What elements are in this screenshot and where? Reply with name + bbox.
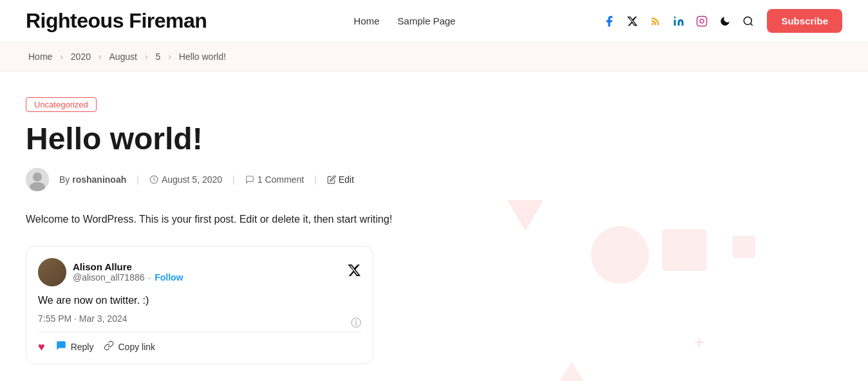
breadcrumb-current: Hello world! [179,51,226,62]
tweet-handle-follow: @alison_all71886 · Follow [73,272,183,283]
dark-mode-icon[interactable] [718,14,732,28]
tweet-actions: ♥ Reply Copy link [38,331,361,355]
svg-line-6 [751,23,753,25]
clock-icon [149,175,158,184]
tweet-reply-button[interactable]: Reply [55,340,94,355]
x-twitter-icon[interactable] [625,14,639,28]
post-body: Welcome to WordPress. This is your first… [26,210,425,228]
link-icon [104,340,114,353]
social-icons [602,14,755,28]
tweet-info-icon[interactable]: ⓘ [351,317,361,330]
header-right: Subscribe [602,9,842,33]
facebook-icon[interactable] [602,14,616,28]
svg-point-8 [33,172,42,181]
copy-label: Copy link [118,342,155,352]
comment-icon [245,175,254,184]
avatar-svg [26,168,49,191]
subscribe-button[interactable]: Subscribe [767,9,842,33]
post-title: Hello world! [26,122,425,156]
pencil-icon [327,175,336,184]
tweet-body: We are now on twitter. :) [38,293,361,308]
category-badge[interactable]: Uncategorized [26,97,97,112]
tweet-user: Alison Allure @alison_all71886 · Follow [38,258,183,286]
page-wrapper: + Uncategorized Hello world! By roshanin… [0,71,868,381]
site-title: Righteous Fireman [26,9,207,33]
svg-point-2 [674,16,676,18]
rss-icon[interactable] [648,14,663,28]
breadcrumb-day[interactable]: 5 [155,51,160,62]
reply-label: Reply [71,342,94,352]
tweet-user-info: Alison Allure @alison_all71886 · Follow [73,261,183,283]
nav-sample-page[interactable]: Sample Page [397,15,455,26]
tweet-name[interactable]: Alison Allure [73,261,183,272]
tweet-handle: @alison_all71886 [73,272,145,283]
tweet-time: 7:55 PM · Mar 3, 2024 [38,313,361,324]
svg-rect-1 [674,19,676,25]
reply-bubble-icon [55,340,67,355]
post-meta: By roshaninoah | August 5, 2020 | 1 Comm… [26,168,425,191]
breadcrumb-home[interactable]: Home [28,51,52,62]
post-date: August 5, 2020 [149,174,222,185]
post-comments[interactable]: 1 Comment [245,174,304,185]
breadcrumb: Home › 2020 › August › 5 › Hello world! [0,42,868,71]
tweet-header: Alison Allure @alison_all71886 · Follow [38,258,361,286]
svg-point-5 [744,17,752,24]
edit-link[interactable]: Edit [327,174,354,185]
author-name[interactable]: By roshaninoah [59,174,126,185]
tweet-like-button[interactable]: ♥ [38,340,45,354]
content-area: Uncategorized Hello world! By roshaninoa… [0,71,868,381]
tweet-follow-button[interactable]: Follow [155,272,183,283]
svg-point-0 [652,23,654,24]
instagram-icon[interactable] [695,14,709,28]
heart-icon: ♥ [38,340,45,354]
tweet-copy-link-button[interactable]: Copy link [104,340,155,353]
main-nav: Home Sample Page [354,15,455,26]
tweet-avatar [38,258,66,286]
search-icon[interactable] [741,14,755,28]
tweet-embed: Alison Allure @alison_all71886 · Follow … [26,246,373,364]
nav-home[interactable]: Home [354,15,379,26]
tweet-x-logo [347,263,361,281]
breadcrumb-year[interactable]: 2020 [71,51,91,62]
site-header: Righteous Fireman Home Sample Page [0,0,868,42]
svg-rect-3 [697,16,707,26]
breadcrumb-month[interactable]: August [109,51,137,62]
tweet-avatar-img [38,258,66,286]
main-content: Uncategorized Hello world! By roshaninoa… [0,71,451,381]
linkedin-icon[interactable] [672,14,686,28]
author-avatar [26,168,49,191]
